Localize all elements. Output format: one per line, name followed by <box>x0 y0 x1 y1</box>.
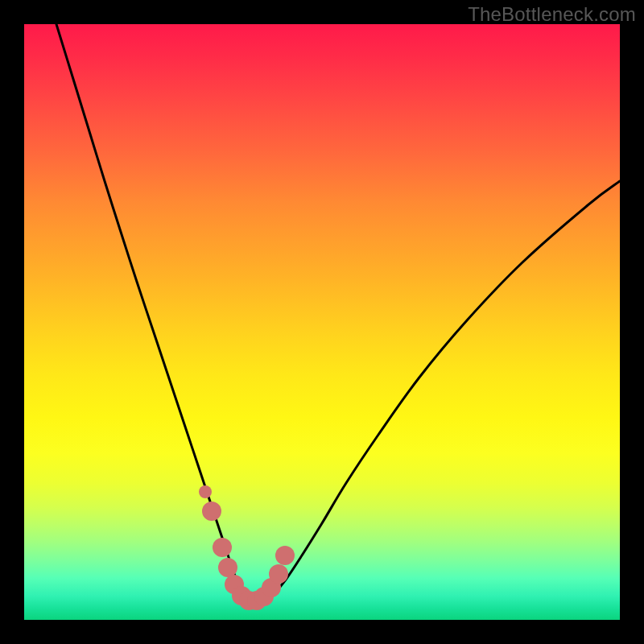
watermark-text: TheBottleneck.com <box>468 3 636 26</box>
curve-svg <box>24 24 620 620</box>
highlight-dot <box>275 546 295 565</box>
plot-area <box>24 24 620 620</box>
highlight-dot <box>218 558 237 577</box>
bottleneck-curve <box>56 24 620 604</box>
highlight-dot <box>269 564 288 584</box>
highlight-dot <box>213 538 232 557</box>
highlight-dot <box>202 502 221 521</box>
highlight-dot-isolated <box>199 485 212 498</box>
chart-frame: TheBottleneck.com <box>0 0 644 644</box>
highlight-markers <box>199 485 295 610</box>
